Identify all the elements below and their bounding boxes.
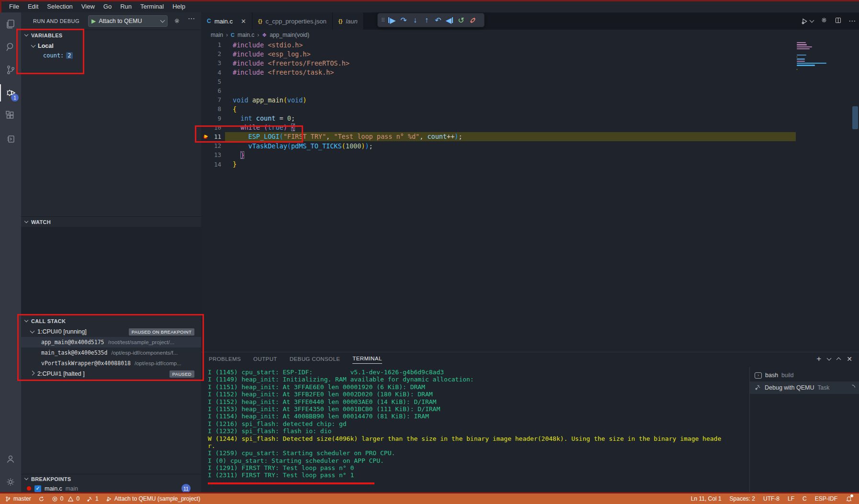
frame-top-line: [0, 0, 859, 1]
line-number[interactable]: 7: [201, 96, 225, 103]
line-number[interactable]: 1: [201, 41, 225, 48]
panel-tab-output[interactable]: OUTPUT: [253, 356, 277, 364]
split-editor-icon[interactable]: [835, 17, 842, 26]
minimap-line: [797, 67, 798, 68]
indentation-item[interactable]: Spaces: 2: [730, 495, 755, 502]
notifications-bell-icon[interactable]: [846, 495, 852, 502]
c-file-icon: C: [207, 18, 211, 24]
views-more-actions-icon[interactable]: ⋯: [188, 14, 195, 23]
terminal-list-item-bash[interactable]: ›bashbuild: [750, 369, 859, 381]
encoding-item[interactable]: UTF-8: [763, 495, 780, 502]
line-number[interactable]: 8: [201, 105, 225, 112]
minimap[interactable]: [796, 41, 850, 94]
line-number[interactable]: 14: [201, 161, 225, 168]
eol-item[interactable]: LF: [788, 495, 794, 502]
run-or-debug-button[interactable]: [801, 17, 814, 25]
step-back-icon[interactable]: ↶: [432, 14, 444, 26]
menu-help[interactable]: Help: [168, 1, 190, 11]
tab-launch-json[interactable]: {} laun: [333, 12, 364, 30]
terminal-list-item-debug-with-qemu[interactable]: Debug with QEMUTask: [750, 381, 859, 394]
code-line-7[interactable]: 7void app_main(void): [201, 95, 859, 104]
extensions-icon[interactable]: [0, 104, 21, 127]
chevron-down-icon[interactable]: [827, 356, 832, 361]
more-actions-icon[interactable]: ⋯: [848, 17, 856, 25]
panel-tabs: PROBLEMSOUTPUTDEBUG CONSOLETERMINAL: [201, 352, 382, 367]
new-terminal-icon[interactable]: +: [816, 354, 821, 364]
terminal-icon: ›: [755, 372, 762, 379]
debug-target-item[interactable]: Attach to QEMU (sample_project): [106, 495, 200, 502]
code-line-9[interactable]: 9 int count = 0;: [201, 114, 859, 123]
account-icon[interactable]: [0, 448, 21, 470]
menu-selection[interactable]: Selection: [43, 1, 77, 11]
code-line-5[interactable]: 5: [201, 77, 859, 86]
line-number[interactable]: 4: [201, 69, 225, 76]
launch-config-select[interactable]: ▶ Attach to QEMU: [88, 15, 168, 27]
menu-terminal[interactable]: Terminal: [136, 1, 168, 11]
restart-icon[interactable]: ↺: [455, 14, 467, 26]
terminal-line: I (1151) heap_init: At 3FFAE6E0 len 0000…: [208, 383, 747, 391]
code-line-6[interactable]: 6: [201, 86, 859, 95]
line-number[interactable]: 9: [201, 115, 225, 122]
close-icon[interactable]: ✕: [241, 18, 246, 25]
esp-idf-extension-item[interactable]: ESP-IDF: [815, 495, 837, 502]
vscode-window: FileEditSelectionViewGoRunTerminalHelp 1: [0, 0, 859, 504]
step-over-icon[interactable]: ↷: [398, 14, 409, 26]
git-branch-item[interactable]: master: [5, 495, 31, 502]
code-line-4[interactable]: 4#include <freertos/task.h>: [201, 68, 859, 77]
code-line-3[interactable]: 3#include <freertos/FreeRTOS.h>: [201, 58, 859, 67]
start-debug-icon[interactable]: ▶: [91, 18, 96, 24]
step-into-icon[interactable]: ↓: [409, 14, 421, 26]
minimap-line: [797, 46, 812, 47]
panel-tab-debug-console[interactable]: DEBUG CONSOLE: [290, 356, 340, 364]
line-number[interactable]: 13: [201, 151, 225, 158]
esp-idf-tasks-item[interactable]: 1: [87, 495, 99, 502]
settings-gear-icon[interactable]: [820, 16, 828, 26]
menu-file[interactable]: File: [5, 1, 23, 11]
breakpoints-section-header[interactable]: BREAKPOINTS: [21, 474, 201, 483]
editor-scrollbar[interactable]: [852, 106, 858, 129]
line-number[interactable]: 12: [201, 142, 225, 149]
panel-tab-problems[interactable]: PROBLEMS: [209, 356, 241, 364]
close-panel-icon[interactable]: ✕: [847, 355, 852, 363]
terminal-output[interactable]: I (1145) cpu_start: ESP-IDF: v5.1-dev-16…: [201, 369, 747, 493]
minimap-line: [797, 42, 806, 43]
line-number[interactable]: 3: [201, 59, 225, 67]
step-out-icon[interactable]: ↑: [421, 14, 432, 26]
line-number[interactable]: 6: [201, 87, 225, 94]
sync-icon[interactable]: [38, 496, 45, 502]
code-line-1[interactable]: 1#include <stdio.h>: [201, 40, 859, 49]
menu-bar: FileEditSelectionViewGoRunTerminalHelp: [0, 0, 859, 12]
language-mode-item[interactable]: C: [802, 495, 807, 502]
debug-settings-gear-icon[interactable]: [173, 17, 181, 26]
code-line-13[interactable]: 13 }: [201, 150, 859, 159]
settings-gear-icon[interactable]: [0, 470, 21, 493]
panel-tab-terminal[interactable]: TERMINAL: [352, 356, 382, 364]
code-line-8[interactable]: 8{: [201, 104, 859, 113]
breadcrumb[interactable]: main› C main.c› ❖ app_main(void): [201, 30, 859, 40]
breakpoint-checkbox[interactable]: ✓: [34, 485, 41, 492]
watch-section-header[interactable]: WATCH: [21, 216, 201, 227]
bottom-panel: PROBLEMSOUTPUTDEBUG CONSOLETERMINAL + ✕ …: [201, 352, 859, 493]
maximize-panel-icon[interactable]: [837, 355, 840, 363]
chevron-down-icon: [24, 476, 28, 480]
terminal-line: I (2311) FIRST TRY: Test loop pass n° 1: [208, 471, 747, 479]
tab-main-c[interactable]: C main.c ✕: [201, 12, 252, 30]
line-number[interactable]: 2: [201, 50, 225, 57]
code-line-14[interactable]: 14}: [201, 159, 859, 168]
line-number[interactable]: 5: [201, 78, 225, 85]
code-line-2[interactable]: 2#include <esp_log.h>: [201, 49, 859, 58]
menu-go[interactable]: Go: [99, 1, 116, 11]
run-debug-icon[interactable]: 1: [0, 81, 21, 104]
disconnect-icon[interactable]: [467, 14, 478, 26]
problems-item[interactable]: 0 0: [52, 495, 79, 502]
menu-edit[interactable]: Edit: [23, 1, 43, 11]
esp-idf-explorer-icon[interactable]: [0, 127, 21, 150]
cursor-position-item[interactable]: Ln 11, Col 1: [691, 495, 722, 502]
code-area[interactable]: 1#include <stdio.h>2#include <esp_log.h>…: [201, 40, 859, 352]
terminal-line: I (1152) heap_init: At 3FFE0440 len 0000…: [208, 398, 747, 405]
continue-icon[interactable]: ▶: [386, 14, 398, 26]
tab-c-cpp-properties[interactable]: {} c_cpp_properties.json: [252, 12, 333, 30]
menu-run[interactable]: Run: [116, 1, 136, 11]
reverse-continue-icon[interactable]: ◀: [444, 14, 455, 26]
menu-view[interactable]: View: [77, 1, 99, 11]
